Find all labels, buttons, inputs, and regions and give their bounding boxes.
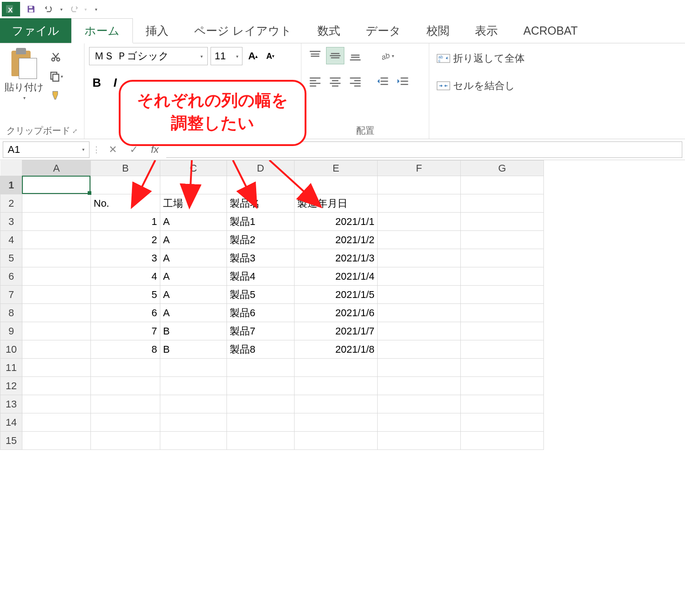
cell[interactable] (22, 304, 91, 322)
cell[interactable] (91, 432, 160, 450)
tab-insert[interactable]: 挿入 (133, 18, 181, 43)
cell[interactable]: A (160, 249, 227, 267)
cell[interactable] (461, 359, 544, 377)
increase-font-button[interactable]: A▴ (245, 47, 261, 65)
cell[interactable] (461, 395, 544, 413)
select-all-corner[interactable] (0, 161, 22, 176)
cell[interactable] (378, 359, 461, 377)
cell[interactable]: 2 (91, 231, 160, 249)
cell[interactable]: A (160, 231, 227, 249)
cell[interactable] (461, 249, 544, 267)
align-bottom-button[interactable] (346, 47, 364, 64)
qat-customize-icon[interactable]: ▾ (95, 7, 97, 12)
format-painter-button[interactable] (47, 88, 64, 103)
cell[interactable]: A (160, 267, 227, 286)
cell[interactable] (461, 413, 544, 432)
cell[interactable]: 3 (91, 249, 160, 267)
cell[interactable] (461, 322, 544, 340)
cell[interactable]: B (160, 322, 227, 340)
cell[interactable]: 工場 (160, 194, 227, 213)
clipboard-launcher-icon[interactable]: ⤢ (72, 127, 78, 135)
tab-data[interactable]: データ (353, 18, 414, 43)
cell[interactable]: A (160, 286, 227, 304)
cell[interactable]: 5 (91, 286, 160, 304)
row-header[interactable]: 11 (0, 359, 22, 377)
row-header[interactable]: 13 (0, 395, 22, 413)
cell[interactable] (22, 377, 91, 395)
tab-formulas[interactable]: 数式 (305, 18, 353, 43)
cell[interactable] (295, 413, 378, 432)
cell[interactable] (91, 176, 160, 194)
cell[interactable] (378, 395, 461, 413)
cell[interactable]: A (160, 213, 227, 231)
cell[interactable] (22, 249, 91, 267)
cell[interactable]: 6 (91, 304, 160, 322)
cell[interactable] (461, 194, 544, 213)
cell[interactable] (378, 249, 461, 267)
cell[interactable]: B (160, 340, 227, 359)
cell[interactable]: 2021/1/1 (295, 213, 378, 231)
cell[interactable] (378, 377, 461, 395)
cell[interactable] (160, 432, 227, 450)
cell[interactable] (295, 359, 378, 377)
cell[interactable] (91, 395, 160, 413)
row-header[interactable]: 7 (0, 286, 22, 304)
cell[interactable] (160, 395, 227, 413)
cell[interactable] (461, 286, 544, 304)
cell[interactable]: 7 (91, 322, 160, 340)
align-center-button[interactable] (326, 73, 344, 90)
row-header[interactable]: 6 (0, 267, 22, 286)
cell[interactable] (295, 395, 378, 413)
paste-label[interactable]: 貼り付け (5, 81, 44, 94)
tab-file[interactable]: ファイル (0, 18, 71, 43)
cell[interactable]: 製品5 (227, 286, 295, 304)
cell[interactable]: 2021/1/4 (295, 267, 378, 286)
tab-acrobat[interactable]: ACROBAT (511, 18, 590, 43)
cell[interactable] (461, 432, 544, 450)
cell[interactable] (295, 176, 378, 194)
cell[interactable] (22, 395, 91, 413)
redo-button[interactable] (66, 2, 81, 16)
row-header[interactable]: 10 (0, 340, 22, 359)
cell[interactable] (22, 231, 91, 249)
cell[interactable] (160, 176, 227, 194)
cell[interactable] (227, 413, 295, 432)
cell[interactable] (160, 377, 227, 395)
cell[interactable] (378, 213, 461, 231)
align-middle-button[interactable] (326, 47, 344, 64)
cell[interactable] (378, 322, 461, 340)
column-header[interactable]: C (160, 161, 227, 176)
align-left-button[interactable] (306, 73, 324, 90)
column-header[interactable]: F (378, 161, 461, 176)
redo-dropdown-icon[interactable]: ▾ (84, 7, 87, 12)
cell[interactable] (22, 432, 91, 450)
cell[interactable] (378, 413, 461, 432)
cell[interactable]: 製品名 (227, 194, 295, 213)
row-header[interactable]: 12 (0, 377, 22, 395)
cell[interactable] (227, 359, 295, 377)
increase-indent-button[interactable] (394, 73, 412, 90)
bold-button[interactable]: B (89, 73, 105, 92)
cell[interactable]: 製品2 (227, 231, 295, 249)
cell[interactable] (378, 432, 461, 450)
cell[interactable] (378, 194, 461, 213)
cell[interactable]: No. (91, 194, 160, 213)
wrap-text-button[interactable]: abc 折り返して全体 (434, 50, 527, 67)
undo-dropdown-icon[interactable]: ▾ (60, 7, 63, 12)
cell[interactable] (22, 359, 91, 377)
cell[interactable]: 製品4 (227, 267, 295, 286)
cell[interactable] (91, 413, 160, 432)
cell[interactable]: 製品8 (227, 340, 295, 359)
cell[interactable] (160, 413, 227, 432)
undo-button[interactable] (42, 2, 57, 16)
column-header[interactable]: E (295, 161, 378, 176)
tab-view[interactable]: 表示 (462, 18, 511, 43)
cell[interactable] (91, 359, 160, 377)
row-header[interactable]: 9 (0, 322, 22, 340)
cell[interactable] (378, 231, 461, 249)
cell[interactable]: 2021/1/8 (295, 340, 378, 359)
cut-button[interactable] (47, 50, 64, 64)
cell[interactable] (461, 267, 544, 286)
cell[interactable]: 2021/1/3 (295, 249, 378, 267)
cell[interactable] (461, 231, 544, 249)
